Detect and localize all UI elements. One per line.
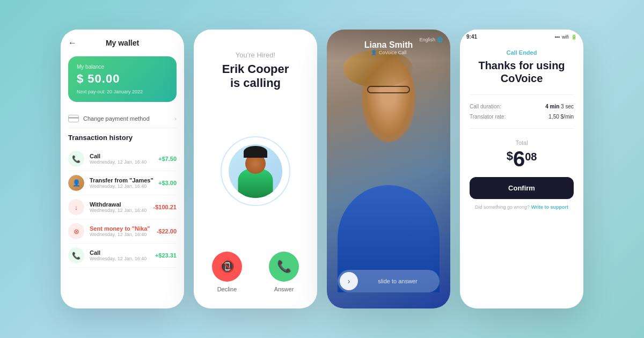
transaction-item: 📞 Call Wednesday, 12 Jan, 16:40 +$7.50 — [68, 147, 177, 171]
ended-content: Call Ended Thanks for using CoVoice Call… — [460, 42, 583, 308]
total-cents: 08 — [525, 151, 537, 162]
duration-value: 4 min 3 sec — [545, 104, 574, 109]
call-type: 👤 CoVoice Call — [334, 50, 443, 55]
balance-label: My balance — [77, 64, 168, 70]
language-selector[interactable]: English 🌐 — [419, 37, 443, 42]
transaction-info: Call Wednesday, 12 Jan, 16:40 — [90, 249, 155, 261]
hired-subtitle: You're Hired! — [222, 51, 289, 59]
phone-call: English 🌐 Liana Smith 👤 CoVoice Call › s… — [327, 30, 450, 308]
avatar-user: 👤 — [68, 175, 84, 191]
transaction-name: Call — [90, 249, 155, 256]
payment-method-row[interactable]: Change payment method › — [68, 109, 177, 128]
decline-button[interactable]: 📵 Decline — [212, 252, 242, 292]
transaction-icon-call: 📞 — [68, 151, 84, 167]
total-amount: $ 6 08 — [470, 148, 574, 170]
slide-to-answer[interactable]: › slide to answer — [338, 270, 440, 292]
rate-value: 1,50 $/min — [548, 114, 574, 120]
transaction-item: ⊗ Sent money to "Nika" Wednesday, 12 Jan… — [68, 219, 177, 244]
payout-text: Next pay-out: 20 January 2022 — [77, 89, 168, 94]
signal-icon: ▪▪▪ — [554, 34, 560, 40]
transaction-name: Sent money to "Nika" — [90, 225, 157, 232]
glasses-hint — [367, 86, 410, 93]
support-link[interactable]: Write to support — [531, 204, 568, 210]
transaction-date: Wednesday, 12 Jan, 16:40 — [90, 256, 155, 261]
call-overlay-top: English 🌐 Liana Smith 👤 CoVoice Call — [327, 30, 450, 61]
status-bar: 9:41 ▪▪▪ wifi 🔋 — [460, 30, 583, 42]
balance-amount: $ 50.00 — [77, 72, 168, 86]
duration-row: Call duration: 4 min 3 sec — [470, 101, 574, 112]
transaction-date: Wednesday, 12 Jan, 16:40 — [90, 232, 157, 237]
answer-button[interactable]: 📞 Answer — [269, 252, 299, 292]
transaction-date: Wednesday, 12 Jan, 16:40 — [90, 159, 158, 165]
phone-ended: 9:41 ▪▪▪ wifi 🔋 Call Ended Thanks for us… — [460, 30, 583, 308]
transaction-icon-call2: 📞 — [68, 247, 84, 263]
wallet-header: ← My wallet — [68, 38, 177, 48]
transaction-info: Sent money to "Nika" Wednesday, 12 Jan, … — [90, 225, 157, 237]
answer-label: Answer — [274, 286, 294, 292]
card-icon — [68, 115, 79, 122]
total-dollar: $ — [507, 150, 513, 162]
transaction-amount: +$3.00 — [158, 180, 177, 186]
language-label: English — [419, 37, 435, 42]
transaction-name: Transfer from "James" — [90, 177, 158, 183]
payment-method-left: Change payment method — [68, 115, 150, 122]
rate-row: Translator rate: 1,50 $/min — [470, 112, 574, 122]
caller-avatar — [229, 144, 282, 198]
ended-title: Thanks for using CoVoice — [470, 59, 574, 85]
rate-label: Translator rate: — [470, 114, 506, 120]
transaction-item: ↓ Withdrawal Wednesday, 12 Jan, 16:40 -$… — [68, 195, 177, 219]
slide-button[interactable]: › — [340, 272, 358, 290]
transaction-amount: -$22.00 — [157, 228, 177, 234]
transaction-amount: -$100.21 — [153, 204, 177, 210]
balance-card: My balance $ 50.00 Next pay-out: 20 Janu… — [68, 56, 177, 102]
support-text: Did something go wrong? Write to support — [470, 204, 574, 210]
phones-container: ← My wallet My balance $ 50.00 Next pay-… — [50, 19, 594, 319]
transaction-info: Transfer from "James" Wednesday, 12 Jan,… — [90, 177, 158, 189]
transaction-date: Wednesday, 12 Jan, 16:40 — [90, 208, 153, 213]
battery-icon: 🔋 — [571, 34, 577, 40]
total-label: Total — [470, 139, 574, 146]
back-button[interactable]: ← — [68, 38, 77, 48]
call-details: Call duration: 4 min 3 sec Translator ra… — [470, 94, 574, 129]
transaction-amount: +$23.31 — [155, 252, 177, 259]
chevron-right-icon: › — [174, 115, 177, 122]
transaction-amount: +$7.50 — [158, 156, 177, 162]
transaction-item: 👤 Transfer from "James" Wednesday, 12 Ja… — [68, 171, 177, 195]
caller-avatar-ring — [221, 136, 290, 206]
transaction-icon-sent: ⊗ — [68, 223, 84, 239]
transaction-history-title: Transaction history — [68, 134, 177, 142]
covoice-icon: 👤 — [371, 50, 377, 55]
globe-icon: 🌐 — [437, 37, 443, 42]
transaction-item: 📞 Call Wednesday, 12 Jan, 16:40 +$23.31 — [68, 244, 177, 268]
wallet-title: My wallet — [106, 39, 139, 47]
transaction-date: Wednesday, 12 Jan, 16:40 — [90, 183, 158, 189]
call-actions: 📵 Decline 📞 Answer — [212, 252, 299, 292]
total-section: Total $ 6 08 — [470, 135, 574, 177]
phone-wallet: ← My wallet My balance $ 50.00 Next pay-… — [61, 30, 184, 308]
answer-circle: 📞 — [269, 252, 299, 282]
transaction-icon-withdrawal: ↓ — [68, 199, 84, 215]
duration-label: Call duration: — [470, 104, 501, 109]
slide-text: slide to answer — [358, 278, 437, 284]
phone-hired: You're Hired! Erik Cooper is calling 📵 D… — [194, 30, 317, 308]
transaction-info: Withdrawal Wednesday, 12 Jan, 16:40 — [90, 201, 153, 213]
transaction-name: Call — [90, 153, 158, 159]
status-icons: ▪▪▪ wifi 🔋 — [554, 34, 577, 40]
transaction-name: Withdrawal — [90, 201, 153, 208]
decline-label: Decline — [217, 286, 237, 292]
decline-circle: 📵 — [212, 252, 242, 282]
call-ended-label: Call Ended — [470, 49, 574, 56]
payment-method-label: Change payment method — [83, 115, 150, 122]
status-time: 9:41 — [466, 34, 552, 40]
hired-title: Erik Cooper is calling — [222, 62, 289, 91]
hired-top: You're Hired! Erik Cooper is calling — [222, 51, 289, 91]
confirm-button[interactable]: Confirm — [470, 177, 574, 199]
wifi-icon: wifi — [562, 34, 569, 40]
transaction-info: Call Wednesday, 12 Jan, 16:40 — [90, 153, 158, 165]
total-main: 6 — [513, 148, 525, 170]
transaction-icon-avatar: 👤 — [68, 175, 84, 191]
